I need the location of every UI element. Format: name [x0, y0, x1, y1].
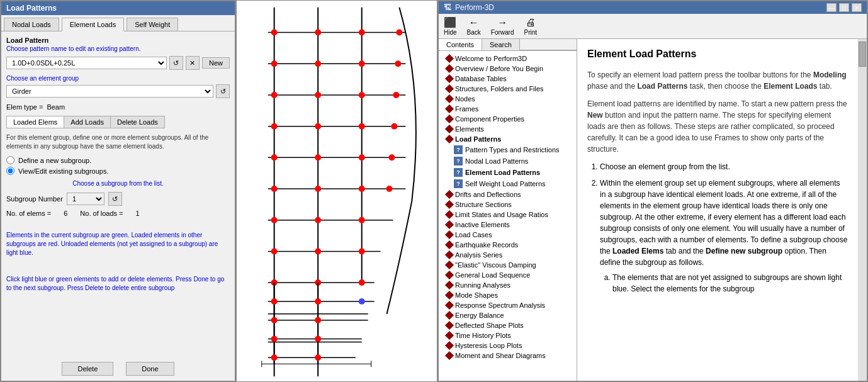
help-para-2: Element load patterns are identified by …: [587, 98, 848, 155]
print-label: Print: [524, 29, 538, 36]
help-sub-item-1: The elements that are not yet assigned t…: [612, 272, 848, 295]
svg-point-42: [271, 248, 278, 254]
subgroup-select[interactable]: 1: [67, 193, 104, 205]
radio-viewedit-input[interactable]: [6, 167, 14, 175]
tree-item-earthquake[interactable]: Earthquake Records: [439, 240, 577, 250]
tree-item-load-cases[interactable]: Load Cases: [439, 230, 577, 240]
tree-item-elements[interactable]: Elements: [439, 124, 577, 134]
scrollbar-track[interactable]: [858, 39, 867, 381]
tree-item-response-spectrum[interactable]: Response Spectrum Analysis: [439, 300, 577, 310]
maximize-button[interactable]: □: [839, 3, 849, 12]
hide-button[interactable]: ⬛ Hide: [444, 16, 457, 36]
tree-item-inactive[interactable]: Inactive Elements: [439, 220, 577, 230]
window-controls: — □ ✕: [826, 3, 862, 12]
elems-label: No. of elems =: [6, 210, 51, 217]
svg-point-32: [315, 154, 321, 160]
svg-point-19: [271, 60, 278, 67]
svg-point-41: [359, 217, 365, 223]
tree-item-component[interactable]: Component Properties: [439, 114, 577, 124]
element-group-refresh-icon[interactable]: ↺: [216, 84, 230, 98]
tree-item-structure-sections[interactable]: Structure Sections: [439, 199, 577, 210]
svg-point-62: [315, 354, 321, 361]
close-button[interactable]: ✕: [852, 3, 862, 12]
svg-point-31: [271, 154, 278, 160]
tree-item-moment-shear[interactable]: Moment and Shear Diagrams: [439, 351, 577, 361]
tree-item-mode-shapes[interactable]: Mode Shapes: [439, 290, 577, 300]
back-button[interactable]: ← Back: [467, 17, 481, 36]
nav-tree: Welcome to Perform3D Overview / Before Y…: [439, 51, 577, 381]
tree-item-time-history[interactable]: Time History Plots: [439, 330, 577, 340]
radio-define-label: Define a new subgroup.: [18, 157, 91, 164]
svg-point-55: [271, 298, 278, 305]
element-group-row: Girder ↺: [6, 84, 230, 98]
svg-point-60: [315, 336, 321, 342]
tab-element-loads[interactable]: Element Loads: [62, 18, 124, 31]
sub-tabs-row: Loaded Elems Add Loads Delete Loads: [6, 116, 165, 128]
sub-tab-delete-loads[interactable]: Delete Loads: [111, 116, 164, 128]
new-button[interactable]: New: [202, 57, 230, 69]
clear-icon[interactable]: ✕: [186, 56, 200, 70]
tree-item-hysteresis[interactable]: Hysteresis Loop Plots: [439, 340, 577, 351]
tree-item-analysis-series[interactable]: Analysis Series: [439, 250, 577, 260]
delete-button[interactable]: Delete: [62, 362, 113, 376]
svg-rect-0: [237, 1, 437, 381]
radio-define[interactable]: Define a new subgroup.: [6, 156, 230, 164]
tree-item-self-weight[interactable]: ? Self Weight Load Patterns: [439, 178, 577, 189]
tree-item-nodal-load[interactable]: ? Nodal Load Patterns: [439, 155, 577, 167]
diamond-icon: [445, 190, 454, 199]
sub-tab-add-loads[interactable]: Add Loads: [64, 116, 111, 128]
tree-item-energy-balance[interactable]: Energy Balance: [439, 310, 577, 320]
tree-item-nodes[interactable]: Nodes: [439, 94, 577, 104]
refresh-icon[interactable]: ↺: [169, 56, 183, 70]
structure-canvas[interactable]: [237, 1, 437, 381]
load-pattern-label: Load Pattern: [6, 37, 230, 44]
svg-point-21: [359, 60, 365, 67]
tab-nodal-loads[interactable]: Nodal Loads: [4, 18, 59, 31]
tree-item-overview[interactable]: Overview / Before You Begin: [439, 64, 577, 74]
subgroup-refresh-icon[interactable]: ↺: [108, 192, 122, 206]
print-button[interactable]: 🖨 Print: [524, 17, 538, 36]
nav-tab-search[interactable]: Search: [482, 39, 520, 50]
radio-define-input[interactable]: [6, 156, 14, 164]
tree-item-load-patterns[interactable]: Load Patterns: [439, 134, 577, 144]
done-button[interactable]: Done: [126, 362, 174, 376]
nav-tabs: Contents Search: [439, 39, 577, 51]
tree-item-limit-states[interactable]: Limit States and Usage Ratios: [439, 210, 577, 220]
svg-point-40: [315, 217, 321, 223]
help-window: 🏗 Perform-3D — □ ✕ ⬛ Hide ← Back → Forwa…: [437, 0, 868, 382]
radio-viewedit[interactable]: View/Edit existing subgroups.: [6, 167, 230, 175]
help-content-area: Element Load Patterns To specify an elem…: [577, 39, 867, 381]
tree-item-deflected-shape[interactable]: Deflected Shape Plots: [439, 320, 577, 330]
svg-point-56: [315, 298, 321, 305]
tabs-row: Nodal Loads Element Loads Self Weight: [1, 15, 235, 31]
radio-viewedit-label: View/Edit existing subgroups.: [18, 167, 109, 175]
canvas-area: [236, 0, 437, 382]
tab-self-weight[interactable]: Self Weight: [127, 18, 178, 31]
sub-tab-loaded-elems[interactable]: Loaded Elems: [7, 116, 64, 128]
elems-note: Elements in the current subgroup are gre…: [6, 222, 230, 293]
tree-item-structures[interactable]: Structures, Folders and Files: [439, 84, 577, 94]
bottom-buttons: Delete Done: [1, 357, 235, 381]
nav-tab-contents[interactable]: Contents: [439, 39, 482, 50]
tree-item-general-load[interactable]: General Load Sequence: [439, 270, 577, 280]
tree-item-running-analyses[interactable]: Running Analyses: [439, 280, 577, 290]
panel-title: Load Patterns: [1, 1, 235, 15]
load-pattern-select[interactable]: 1.0D+0.0SDL+0.25L: [6, 57, 167, 69]
tree-item-pattern-types[interactable]: ? Pattern Types and Restrictions: [439, 144, 577, 155]
tree-item-welcome[interactable]: Welcome to Perform3D: [439, 53, 577, 64]
elems-loads-row: No. of elems = 6 No. of loads = 1: [6, 210, 230, 217]
diamond-icon: [445, 281, 454, 289]
subgroup-label: Subgroup Number: [6, 195, 63, 203]
load-pattern-row: 1.0D+0.0SDL+0.25L ↺ ✕ New: [6, 56, 230, 70]
minimize-button[interactable]: —: [826, 3, 837, 12]
forward-button[interactable]: → Forward: [491, 17, 514, 36]
scrollbar-thumb[interactable]: [859, 42, 866, 67]
tree-item-database[interactable]: Database Tables: [439, 74, 577, 84]
tree-item-frames[interactable]: Frames: [439, 104, 577, 114]
tree-item-drifts[interactable]: Drifts and Deflections: [439, 189, 577, 199]
tree-item-elastic-damping[interactable]: "Elastic" Viscous Damping: [439, 260, 577, 270]
diamond-icon: [445, 210, 454, 219]
element-group-select[interactable]: Girder: [6, 85, 213, 98]
tree-item-element-load[interactable]: ? Element Load Patterns: [439, 167, 577, 178]
diamond-icon: [445, 311, 454, 320]
